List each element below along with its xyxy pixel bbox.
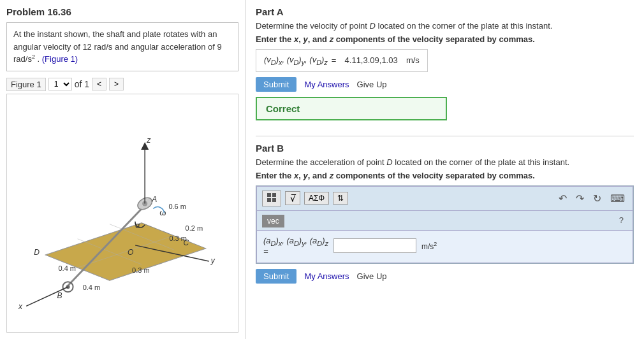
svg-text:0.4 m: 0.4 m	[83, 284, 101, 291]
matrix-icon-button[interactable]	[262, 191, 281, 206]
diagram-svg: z A ω α O D C B x y	[7, 94, 238, 332]
figure-area: z A ω α O D C B x y	[6, 94, 238, 333]
math-toolbar: √̅ ΑΣΦ ⇅ ↶ ↷	[256, 186, 633, 211]
arrows-icon: ⇅	[337, 194, 344, 203]
sqrt-icon-button[interactable]: √̅	[285, 191, 300, 205]
svg-rect-36	[272, 198, 276, 202]
part-a-answer-value: 4.11,3.09,1.03	[340, 55, 402, 65]
part-a-unit: m/s	[406, 55, 420, 65]
correct-box: Correct	[256, 97, 447, 120]
part-a-action-row: Submit My Answers Give Up	[256, 77, 634, 92]
svg-rect-34	[272, 193, 276, 197]
svg-text:x: x	[18, 302, 23, 311]
keyboard-button[interactable]: ⌨	[608, 191, 627, 206]
part-b-input-label: (aD)x, (aD)y, (aD)z=	[263, 236, 328, 257]
svg-rect-33	[267, 193, 271, 197]
figure-label: Figure 1	[6, 78, 46, 91]
math-input-container: √̅ ΑΣΦ ⇅ ↶ ↷	[256, 185, 634, 264]
divider	[256, 136, 634, 136]
svg-text:0.2 m: 0.2 m	[186, 224, 203, 232]
vec-button[interactable]: vec	[262, 215, 284, 227]
part-a-title: Part A	[256, 6, 634, 17]
figure-controls: Figure 1 1 of 1 < >	[6, 78, 238, 91]
sqrt-icon: √̅	[290, 193, 296, 203]
problem-description: At the instant shown, the shaft and plat…	[6, 22, 238, 71]
refresh-button[interactable]: ↻	[590, 191, 604, 206]
part-b-give-up[interactable]: Give Up	[357, 271, 387, 281]
part-b-submit-button[interactable]: Submit	[256, 269, 296, 284]
svg-text:A: A	[151, 195, 157, 204]
svg-text:y: y	[210, 256, 216, 265]
figure-of-label: of 1	[75, 79, 89, 89]
part-b-instruction: Enter the x, y, and z components of the …	[256, 171, 634, 180]
redo-button[interactable]: ↷	[573, 191, 587, 206]
figure-next-button[interactable]: >	[109, 78, 124, 90]
input-row: (aD)x, (aD)y, (aD)z= m/s2	[263, 236, 626, 257]
part-a-math: (vD)x, (vD)y, (vD)z	[264, 55, 328, 66]
part-a-give-up[interactable]: Give Up	[357, 80, 387, 89]
figure-select[interactable]: 1	[48, 78, 72, 90]
part-a-submit-button[interactable]: Submit	[256, 77, 296, 92]
keyboard-icon: ⌨	[610, 193, 625, 204]
svg-text:z: z	[146, 136, 151, 145]
undo-button[interactable]: ↶	[556, 191, 569, 206]
svg-text:B: B	[57, 291, 62, 300]
part-b-action-row: Submit My Answers Give Up	[256, 269, 634, 284]
right-panel: Part A Determine the velocity of point D…	[245, 0, 644, 339]
redo-icon: ↷	[576, 193, 584, 204]
svg-text:O: O	[128, 248, 134, 257]
figure-prev-button[interactable]: <	[92, 78, 106, 90]
input-area: (aD)x, (aD)y, (aD)z= m/s2	[256, 231, 633, 264]
svg-text:0.3 m: 0.3 m	[169, 234, 187, 242]
svg-text:0.4 m: 0.4 m	[58, 264, 76, 272]
svg-text:0.6 m: 0.6 m	[168, 202, 186, 210]
svg-text:0.3 m: 0.3 m	[132, 266, 150, 274]
part-b-section: Part B Determine the acceleration of poi…	[256, 143, 634, 284]
part-b-description: Determine the acceleration of point D lo…	[256, 157, 634, 167]
part-a-section: Part A Determine the velocity of point D…	[256, 6, 634, 129]
figure-link[interactable]: (Figure 1)	[42, 54, 78, 64]
part-b-unit: m/s2	[421, 241, 437, 251]
part-a-answer-box: (vD)x, (vD)y, (vD)z = 4.11,3.09,1.03 m/s	[256, 49, 428, 72]
svg-rect-35	[267, 198, 271, 202]
part-a-instruction: Enter the x, y, and z components of the …	[256, 34, 634, 44]
undo-icon: ↶	[559, 193, 567, 204]
part-a-my-answers-link[interactable]: My Answers	[304, 80, 349, 89]
greek-icon-button[interactable]: ΑΣΦ	[304, 192, 329, 205]
part-b-title: Part B	[256, 143, 634, 154]
problem-title: Problem 16.36	[6, 6, 238, 17]
toolbar-second-row: vec ?	[256, 211, 633, 231]
left-panel: Problem 16.36 At the instant shown, the …	[0, 0, 245, 339]
refresh-icon: ↻	[593, 193, 601, 204]
part-b-answer-input[interactable]	[333, 238, 416, 253]
part-a-description: Determine the velocity of point D locate…	[256, 21, 634, 31]
help-button[interactable]: ?	[615, 213, 627, 227]
part-b-my-answers-link[interactable]: My Answers	[304, 271, 349, 281]
svg-text:D: D	[34, 248, 40, 257]
arrows-icon-button[interactable]: ⇅	[333, 192, 348, 205]
matrix-icon	[267, 192, 277, 203]
greek-icon: ΑΣΦ	[309, 194, 325, 203]
